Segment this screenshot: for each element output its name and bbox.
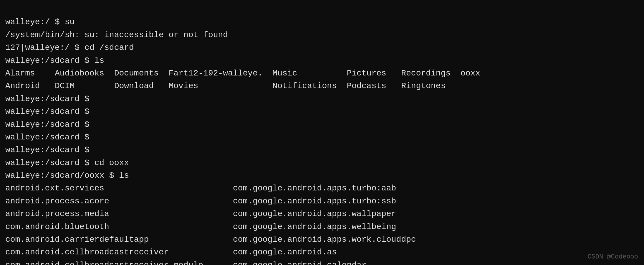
terminal-line: Alarms Audiobooks Documents Fart12-192-w… — [5, 67, 639, 80]
terminal-line: android.process.media com.google.android… — [5, 208, 639, 220]
terminal-line: walleye:/sdcard $ — [5, 105, 639, 118]
terminal-line: walleye:/sdcard $ — [5, 93, 639, 105]
terminal-output: walleye:/ $ su/system/bin/sh: su: inacce… — [5, 3, 639, 265]
terminal-line: android.ext.services com.google.android.… — [5, 182, 639, 195]
terminal-line: com.android.cellbroadcastreceiver.module… — [5, 259, 639, 265]
terminal-line: walleye:/sdcard $ cd ooxx — [5, 157, 639, 169]
terminal-line: com.android.cellbroadcastreceiver com.go… — [5, 246, 639, 259]
terminal-line: Android DCIM Download Movies Notificatio… — [5, 80, 639, 92]
terminal-line: 127|walleye:/ $ cd /sdcard — [5, 41, 639, 54]
terminal-line: walleye:/sdcard $ — [5, 131, 639, 144]
terminal-line: walleye:/sdcard/ooxx $ ls — [5, 169, 639, 182]
terminal-line: /system/bin/sh: su: inaccessible or not … — [5, 29, 639, 41]
terminal-line: com.android.bluetooth com.google.android… — [5, 220, 639, 233]
terminal-line: walleye:/sdcard $ — [5, 144, 639, 156]
terminal-line: com.android.carrierdefaultapp com.google… — [5, 233, 639, 246]
terminal-line: walleye:/ $ su — [5, 16, 639, 28]
terminal-line: android.process.acore com.google.android… — [5, 195, 639, 208]
terminal-line: walleye:/sdcard $ ls — [5, 54, 639, 67]
terminal-line: walleye:/sdcard $ — [5, 118, 639, 131]
watermark: CSDN @Codeooo — [587, 252, 638, 262]
